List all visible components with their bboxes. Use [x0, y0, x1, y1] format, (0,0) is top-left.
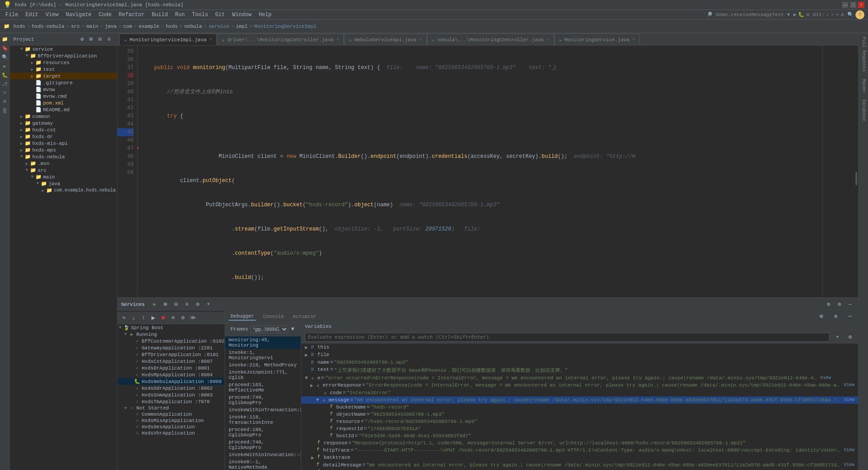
project-icon[interactable]: 📁 [1, 35, 9, 43]
tree-item-hxds-mps[interactable]: ▶ 📁 hxds-mps [10, 147, 117, 153]
services-mis-api[interactable]: ○ HxdsMisApiApplication [117, 418, 225, 424]
tree-item-resources[interactable]: ▶ 📁 resources [10, 59, 117, 66]
services-not-started[interactable]: ▼ ○ Not Started [117, 405, 225, 411]
close-button[interactable]: × [858, 2, 864, 8]
var-message[interactable]: ▼ ⚠ message = "We encountered an interna… [301, 396, 858, 404]
find-icon[interactable]: 🔍 [1, 53, 9, 61]
menu-view[interactable]: View [42, 11, 62, 19]
menu-tools[interactable]: Tools [188, 11, 212, 19]
maven-tab[interactable]: Maven [859, 75, 868, 96]
debug-step-out[interactable]: ↑ [139, 313, 148, 322]
debug-step-into[interactable]: ↓ [129, 313, 138, 322]
var-http-trace[interactable]: f httpTrace = "---------START-HTTP------… [301, 447, 858, 454]
services-filter-icon[interactable]: ⚙ [193, 300, 202, 309]
services-hxds-mps[interactable]: ✓ HxdsMpsApplication :8004 [117, 371, 225, 378]
tree-item-src[interactable]: ▼ 📁 src [10, 167, 117, 174]
var-bucket-name[interactable]: f bucketName = "hxds-record" [301, 404, 858, 411]
debug-settings[interactable]: ⚙ [178, 313, 187, 322]
breadcrumb-nebula2[interactable]: nebula [184, 24, 202, 29]
debug-mute[interactable]: ⊘ [169, 313, 178, 322]
var-response[interactable]: f response = "Response{protocol=http/1.1… [301, 440, 858, 447]
services-hxds-tm[interactable]: ✓ HxdsTmApplication :7970 [117, 398, 225, 405]
var-name[interactable]: p name = "88259853492085760-1.mp3" [301, 359, 858, 366]
tree-item-pomxml[interactable]: 📄 pom.xml [10, 100, 117, 106]
services-common[interactable]: ○ CommonApplication [117, 411, 225, 418]
debug-more[interactable]: ≫ [188, 313, 197, 322]
tree-item-mvn[interactable]: ▶ 📁 .mvn [10, 160, 117, 167]
breadcrumb-service[interactable]: service [208, 24, 229, 29]
sidebar-settings-icon[interactable]: ⚙ [78, 35, 87, 44]
services-running[interactable]: ▼ ▶ Running [117, 331, 225, 338]
var-object-name[interactable]: f objectName = "88259853492085760-1.mp3" [301, 411, 858, 418]
services-bff-driver[interactable]: ✓ BffDriverApplication :8101 [117, 351, 225, 358]
breadcrumb-java[interactable]: java [105, 24, 117, 29]
var-e[interactable]: ▼ ⚠ e = "error occurred\nErrorResponse(c… [301, 374, 858, 382]
var-http-trace-view[interactable]: View [844, 448, 855, 453]
debug-restore-icon[interactable]: ⊞ [817, 312, 826, 321]
tree-item-hxds-nebula[interactable]: ▼ 📁 hxds-nebula [10, 153, 117, 160]
services-vhr[interactable]: ○ HxdsVhrApplication [117, 430, 225, 436]
menu-edit[interactable]: Edit [22, 11, 42, 19]
debug-step-over[interactable]: ↷ [119, 313, 128, 322]
breadcrumb-impl[interactable]: impl [236, 24, 247, 29]
services-hxds-cst[interactable]: ✓ HxdsCstApplication :8007 [117, 358, 225, 365]
minimize-button[interactable]: — [842, 2, 848, 8]
tab-close-api[interactable]: × [419, 37, 422, 42]
tab-console[interactable]: Console [261, 313, 286, 320]
services-spring-boot[interactable]: ▼ 🍃 Spring Boot [117, 324, 225, 331]
frame-item-6[interactable]: invokeWithinTransaction:36 [225, 406, 301, 413]
var-this[interactable]: ▶ p this [301, 344, 858, 351]
breadcrumb-hxds2[interactable]: hxds [166, 24, 178, 29]
tree-item-mvnwcmd[interactable]: 📄 mvnw.cmd [10, 93, 117, 100]
bottom-settings-icon[interactable]: ⚙ [824, 300, 833, 309]
debug-resume[interactable]: ▶ [149, 313, 158, 322]
tree-item-com-example[interactable]: ▶ 📁 com.example.hxds.nebula [10, 187, 117, 194]
tree-item-hxds-mis-api[interactable]: ▶ 📁 hxds-mis-api [10, 140, 117, 147]
pull-requests-tab[interactable]: Pull Requests [859, 33, 868, 75]
var-detail-message-view[interactable]: View [844, 462, 855, 467]
tree-item-hxds-dr[interactable]: ▶ 📁 hxds-dr [10, 133, 117, 140]
breadcrumb-hxds[interactable]: hxds [13, 24, 25, 29]
frame-item-4[interactable]: proceed:163, ReflectiveMe [225, 381, 301, 394]
tab-close-impl[interactable]: × [209, 37, 212, 42]
tree-item-bff-driver[interactable]: ▼ 📁 BffDriverApplication [10, 52, 117, 59]
var-backtrace[interactable]: ▶ f backtrace [301, 454, 858, 461]
tree-item-service[interactable]: ▼ 📁 service [10, 46, 117, 52]
bottom-minimize-icon[interactable]: — [846, 300, 855, 309]
services-collapse-all[interactable]: ⊟ [172, 300, 181, 309]
tab-monitoring-impl[interactable]: ☕ MonitoringServiceImpl.java × [119, 34, 217, 45]
menu-help[interactable]: Help [255, 11, 275, 19]
breadcrumb-com[interactable]: com [123, 24, 132, 29]
tree-item-main[interactable]: ▼ 📁 main [10, 174, 117, 180]
frame-item-8[interactable]: proceed:186, CglibAopPro [225, 426, 301, 439]
tree-item-test[interactable]: ▶ 📁 test [10, 66, 117, 73]
breadcrumb-main[interactable]: main [87, 24, 98, 29]
services-bff-customer[interactable]: ✓ BffCustomerApplication :8102 [117, 338, 225, 344]
git-icon[interactable]: ⎇ [1, 80, 9, 88]
frames-filter-select[interactable]: *gtp...NNING [250, 326, 288, 333]
bookmarks-icon[interactable]: 🔖 [1, 44, 9, 52]
menu-run[interactable]: Run [171, 11, 188, 19]
frame-item-9[interactable]: proceed:749, CglibAopPro [225, 439, 301, 451]
var-file[interactable]: ▶ p file [301, 351, 858, 359]
services-hxds-snm[interactable]: ✓ HxdsSnmApplication :8003 [117, 392, 225, 398]
debug-more-icon[interactable]: ⋯ [846, 312, 855, 321]
breadcrumb-nebula[interactable]: hxds-nebula [32, 24, 65, 29]
sidebar-collapse-icon[interactable]: ⊟ [95, 35, 104, 44]
breadcrumb-src[interactable]: src [71, 24, 80, 29]
debug-stop[interactable]: ■ [159, 313, 168, 322]
debug-icon[interactable]: 🐛 [1, 71, 9, 79]
tree-item-target[interactable]: ▶ 📁 target [10, 73, 117, 79]
menu-file[interactable]: File [2, 11, 22, 19]
tab-nebula-controller[interactable]: ☕ nebula\...\MonitoringController.java × [427, 34, 554, 45]
tree-item-gateway[interactable]: ▶ 📁 gateway [10, 120, 117, 126]
tab-monitoring-service[interactable]: ☕ MonitoringService.java × [554, 34, 640, 45]
services-hxds-odr[interactable]: ✓ HxdsOdrApplication :8002 [117, 385, 225, 392]
menu-refactor[interactable]: Refactor [115, 11, 148, 19]
tab-close-nebula[interactable]: × [547, 37, 549, 42]
structure-icon[interactable]: ≡ [1, 89, 9, 97]
maximize-button[interactable]: □ [850, 2, 856, 8]
menu-navigate[interactable]: Navigate [62, 11, 95, 19]
frame-item-2[interactable]: invoke:218, MethodProxy [225, 361, 301, 369]
database-tab[interactable]: Database [859, 96, 868, 125]
